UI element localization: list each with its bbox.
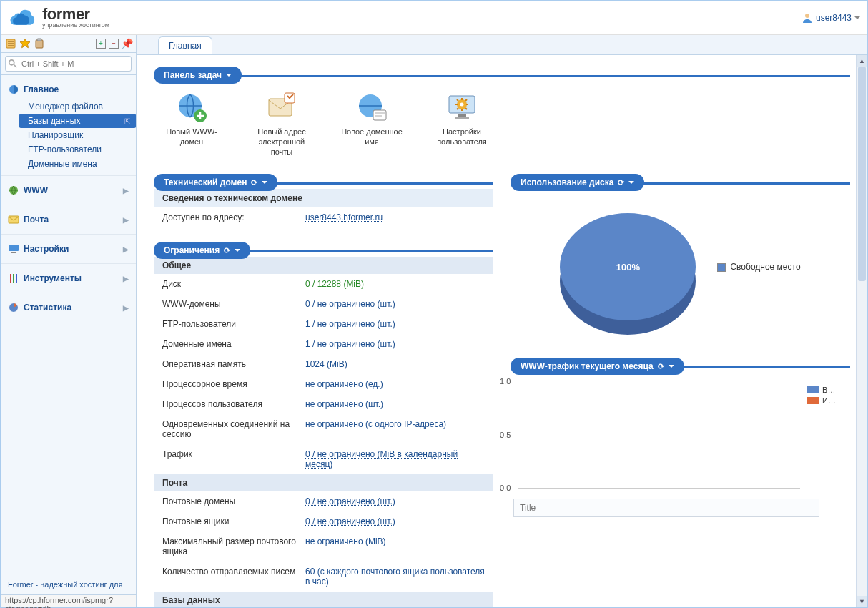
task-user-settings[interactable]: Настройки пользователя [430, 90, 494, 157]
limit-domnames-value[interactable]: 1 / не ограничено (шт.) [305, 339, 395, 349]
techdomain-subhead: Сведения о техническом домене [154, 189, 493, 207]
limit-domnames-label: Доменные имена [162, 339, 305, 349]
limit-traffic-value[interactable]: 0 / не ограничено (MiB в календарный мес… [305, 449, 458, 469]
sidebar-footer-link[interactable]: Former - надежный хостинг для [1, 574, 136, 594]
limit-procs-value: не ограничено (шт.) [305, 399, 485, 409]
pin-icon[interactable]: 📌 [122, 39, 132, 49]
list-icon[interactable] [5, 38, 16, 49]
scroll-thumb[interactable] [858, 67, 866, 281]
techdomain-addr-link[interactable]: user8443.hformer.ru [305, 212, 383, 222]
mail-icon [8, 214, 19, 225]
collapse-tree-button[interactable]: − [109, 39, 119, 49]
nav-item-databases[interactable]: Базы данных ⇱ [19, 114, 136, 128]
refresh-icon[interactable]: ⟳ [251, 178, 257, 187]
disk-usage-pie: 100% [560, 206, 696, 328]
star-icon[interactable] [19, 38, 31, 49]
globe-add-icon [174, 90, 209, 124]
nav-section-settings[interactable]: Настройки ▶ [1, 239, 136, 259]
caret-down-icon [235, 249, 240, 252]
nav-section-tools[interactable]: Инструменты ▶ [1, 268, 136, 288]
limit-ftp-label: FTP-пользователи [162, 319, 305, 329]
user-menu[interactable]: user8443 [802, 12, 860, 24]
panel-header-tasks[interactable]: Панель задач [154, 67, 242, 84]
scrollbar[interactable]: ▲ ▼ [856, 55, 867, 607]
tools-icon [8, 273, 19, 284]
limit-procs-label: Процессов пользователя [162, 399, 305, 409]
disk-usage-legend: Свободное место [717, 262, 800, 272]
caret-down-icon [628, 181, 634, 184]
limit-mailsize-value: не ограничено (MiB) [305, 536, 485, 556]
chart-tick: 1,0 [500, 377, 511, 386]
globe-icon [8, 185, 19, 196]
nav-section-stats[interactable]: Статистика ▶ [1, 298, 136, 318]
svg-rect-3 [37, 39, 41, 41]
nav-item-scheduler[interactable]: Планировщик [19, 128, 136, 142]
chevron-right-icon: ▶ [123, 187, 129, 195]
panel-header-traffic[interactable]: WWW-трафик текущего месяца ⟳ [511, 358, 684, 375]
legend-swatch-in [807, 386, 819, 393]
limit-maildom-label: Почтовые домены [162, 496, 305, 506]
svg-rect-9 [11, 252, 16, 253]
limit-cpu-label: Процессорное время [162, 379, 305, 389]
panel-header-techdomain[interactable]: Технический домен ⟳ [154, 174, 277, 191]
home-icon [8, 84, 19, 95]
tab-main[interactable]: Главная [158, 36, 212, 54]
limit-wwwdom-value[interactable]: 0 / не ограничено (шт.) [305, 299, 395, 309]
refresh-icon[interactable]: ⟳ [658, 362, 664, 371]
nav-section-mail-label: Почта [24, 215, 49, 225]
nav-item-filemanager[interactable]: Менеджер файлов [19, 99, 136, 114]
limit-conns-label: Одновременных соединений на сессию [162, 419, 305, 439]
scroll-up-button[interactable]: ▲ [857, 55, 867, 67]
nav-item-ftpusers[interactable]: FTP-пользователи [19, 142, 136, 157]
nav-section-www[interactable]: WWW ▶ [1, 180, 136, 200]
traffic-chart-legend: В… И… [807, 386, 836, 407]
limits-group-common: Общее [154, 257, 493, 274]
scroll-down-button[interactable]: ▼ [857, 596, 867, 607]
task-new-domain[interactable]: Новое доменное имя [340, 90, 404, 157]
limit-ram-value: 1024 (MiB) [305, 359, 485, 369]
limit-mailsend-value: 60 (с каждого почтового ящика пользовате… [305, 567, 485, 587]
task-new-email-label: Новый адрес электронной почты [250, 127, 314, 157]
status-bar: https://cp.hformer.com/ispmgr?startpage=… [1, 594, 136, 607]
task-new-email[interactable]: Новый адрес электронной почты [250, 90, 314, 157]
caret-down-icon [669, 365, 674, 368]
nav-section-www-label: WWW [24, 185, 48, 195]
svg-point-24 [460, 103, 464, 107]
refresh-icon[interactable]: ⟳ [224, 246, 230, 255]
settings-monitor-icon [445, 90, 479, 124]
limit-traffic-label: Трафик [162, 449, 305, 469]
nav-section-tools-label: Инструменты [24, 273, 82, 283]
mail-add-icon [265, 90, 299, 124]
traffic-title-input[interactable] [513, 499, 819, 517]
clipboard-icon[interactable] [34, 38, 45, 49]
nav-item-domainnames[interactable]: Доменные имена [19, 157, 136, 171]
traffic-chart: 1,0 0,5 0,0 В… И… [518, 381, 800, 489]
panel-header-diskusage[interactable]: Использование диска ⟳ [511, 174, 644, 191]
nav-section-main-label: Главное [24, 84, 59, 94]
sidebar-toolbar: + − 📌 [1, 35, 136, 53]
expand-tree-button[interactable]: + [96, 39, 106, 49]
panel-header-traffic-label: WWW-трафик текущего месяца [521, 361, 654, 371]
task-new-www-label: Новый WWW-домен [159, 127, 224, 147]
techdomain-addr-label: Доступен по адресу: [162, 212, 305, 222]
limit-maildom-value[interactable]: 0 / не ограничено (шт.) [305, 496, 395, 506]
task-new-www[interactable]: Новый WWW-домен [159, 90, 224, 157]
limit-ram-label: Оперативная память [162, 359, 305, 369]
search-input[interactable] [5, 56, 132, 72]
chevron-right-icon: ▶ [123, 304, 129, 312]
nav-section-mail[interactable]: Почта ▶ [1, 210, 136, 230]
search-icon [8, 59, 18, 69]
caret-down-icon [262, 181, 267, 184]
refresh-icon[interactable]: ⟳ [618, 178, 624, 187]
panel-header-techdomain-label: Технический домен [164, 177, 247, 187]
panel-header-limits[interactable]: Ограничения ⟳ [154, 242, 250, 259]
chevron-right-icon: ▶ [123, 245, 129, 253]
limit-ftp-value[interactable]: 1 / не ограничено (шт.) [305, 319, 395, 329]
monitor-icon [8, 243, 19, 255]
svg-rect-19 [373, 110, 386, 120]
brand-logo: former управление хостингом [8, 6, 109, 29]
svg-rect-2 [36, 40, 43, 48]
disk-usage-percent: 100% [616, 262, 640, 273]
nav-section-main[interactable]: Главное [1, 79, 136, 99]
limit-mailbox-value[interactable]: 0 / не ограничено (шт.) [305, 516, 395, 526]
